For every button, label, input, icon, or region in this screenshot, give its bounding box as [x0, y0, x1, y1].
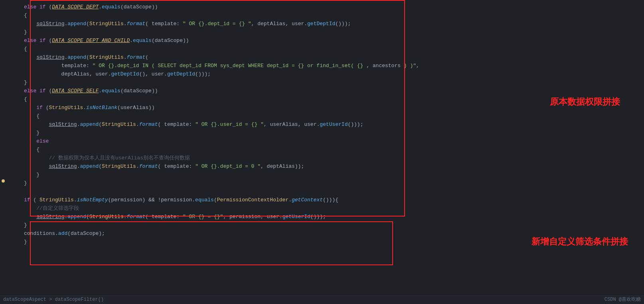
- code-line: deptAlias, user.getDeptId(), user.getDep…: [0, 70, 644, 79]
- code-line: }: [0, 28, 644, 37]
- code-line: template: " OR {}.dept_id IN ( SELECT de…: [0, 62, 644, 70]
- code-line: }: [0, 129, 644, 137]
- code-line: }: [0, 238, 644, 246]
- code-line: }: [0, 179, 644, 188]
- code-line: {: [0, 45, 644, 54]
- code-line: {: [0, 95, 644, 104]
- code-line: sqlString.append(StringUtils.format( tem…: [0, 121, 644, 129]
- code-line: sqlString.append(StringUtils.format(: [0, 54, 644, 62]
- code-line: else: [0, 137, 644, 146]
- code-line: }: [0, 171, 644, 179]
- code-line: }: [0, 79, 644, 87]
- code-line: conditions.add(dataScope);: [0, 230, 644, 238]
- code-line: sqlString.append(StringUtils.format( tem…: [0, 20, 644, 28]
- code-line: [0, 188, 644, 196]
- breadcrumb: dataScopeAspect > dataScopeFilter(): [3, 297, 104, 302]
- code-block: else if (DATA_SCOPE_DEPT.equals(dataScop…: [0, 0, 644, 250]
- code-line: else if (DATA_SCOPE_DEPT.equals(dataScop…: [0, 3, 644, 12]
- code-line: else if (DATA_SCOPE_SELF.equals(dataScop…: [0, 87, 644, 95]
- watermark: CSDN @喜欢吃糖: [604, 296, 641, 303]
- code-line: }: [0, 221, 644, 230]
- code-line: // 数据权限为仅本人且没有userAlias别名不查询任何数据: [0, 154, 644, 163]
- bottom-bar: dataScopeAspect > dataScopeFilter() CSDN…: [0, 294, 644, 304]
- code-line: sqlString.append(StringUtils.format( tem…: [0, 163, 644, 171]
- code-line: if ( StringUtils.isNotEmpty(permission) …: [0, 196, 644, 205]
- code-line: {: [0, 112, 644, 121]
- code-line: {: [0, 12, 644, 20]
- code-line: if (StringUtils.isNotBlank(userAlias)): [0, 104, 644, 112]
- code-line: //自定义筛选字段: [0, 205, 644, 213]
- code-line: {: [0, 146, 644, 154]
- yellow-dot: [2, 179, 5, 183]
- code-line: else if (DATA_SCOPE_DEPT_AND_CHILD.equal…: [0, 37, 644, 45]
- code-area: 原本数据权限拼接 新增自定义筛选条件拼接 else if (DATA_SCOPE…: [0, 0, 644, 304]
- code-line: sqlString.append(StringUtils.format( tem…: [0, 213, 644, 221]
